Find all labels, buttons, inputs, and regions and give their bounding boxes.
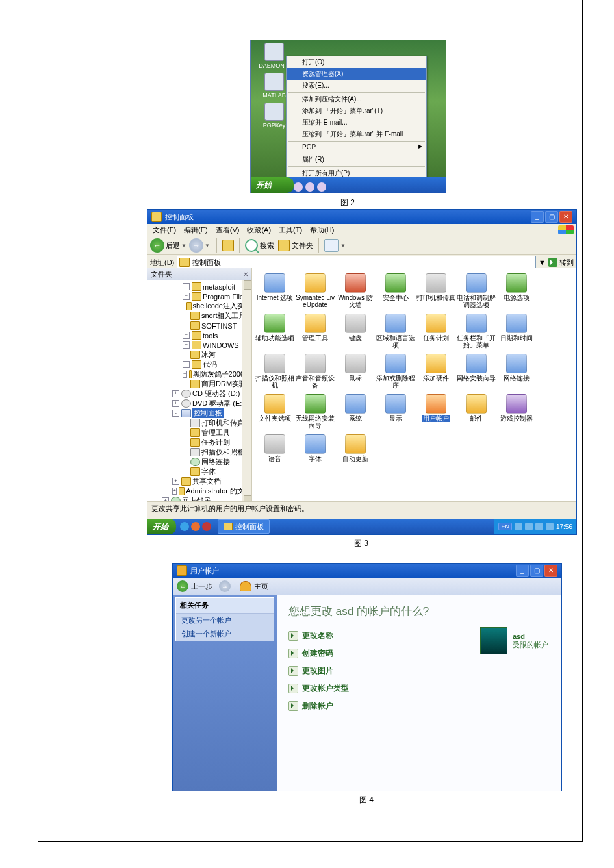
tree-node[interactable]: +metasploit	[150, 282, 251, 291]
expand-toggle[interactable]: +	[183, 283, 190, 290]
expand-toggle[interactable]: +	[183, 332, 190, 339]
forward-button[interactable]: →	[189, 238, 203, 253]
dropdown-icon[interactable]: ▼	[181, 243, 188, 249]
menu-item[interactable]: 工具(T)	[276, 225, 305, 235]
context-menu-item[interactable]: PGP	[287, 142, 426, 152]
control-panel-item[interactable]: 管理工具	[295, 314, 335, 354]
control-panel-item[interactable]: 安全中心	[376, 273, 416, 314]
expand-toggle[interactable]: +	[183, 293, 190, 300]
tree-node[interactable]: 管理工具	[150, 428, 251, 438]
maximize-button[interactable]: ▢	[530, 565, 543, 577]
close-pane-button[interactable]: ✕	[243, 271, 248, 278]
tray-icon[interactable]	[525, 523, 533, 530]
context-menu-item[interactable]: 属性(R)	[287, 154, 426, 166]
context-menu-item[interactable]: 资源管理器(X)	[287, 68, 426, 80]
start-button[interactable]: 开始	[251, 177, 294, 193]
menu-item[interactable]: 编辑(E)	[181, 225, 211, 235]
menu-item[interactable]: 查看(V)	[213, 225, 242, 235]
tree-node[interactable]: 冰河	[150, 350, 251, 360]
tree-node[interactable]: +WINDOWS	[150, 340, 251, 350]
address-input[interactable]: 控制面板	[177, 256, 536, 269]
tray-icon[interactable]	[535, 523, 543, 530]
tree-node[interactable]: 商用DRM实验	[150, 379, 251, 389]
forward-button[interactable]: →	[219, 580, 233, 592]
control-panel-item[interactable]: 电源选项	[496, 273, 537, 314]
tree-node[interactable]: +黑防灰鸽子2006企	[150, 369, 251, 379]
account-summary[interactable]: asd 受限的帐户	[480, 627, 548, 654]
tree-node[interactable]: 网络连接	[150, 457, 251, 467]
tree-node[interactable]: +Program Files	[150, 291, 251, 301]
expand-toggle[interactable]: +	[172, 400, 179, 407]
back-button[interactable]: ←上一步	[177, 580, 212, 592]
maximize-button[interactable]: ▢	[545, 211, 558, 223]
tree-node[interactable]: 任务计划	[150, 438, 251, 447]
expand-toggle[interactable]: +	[172, 478, 179, 485]
control-panel-item[interactable]: 系统	[335, 394, 376, 434]
scrollbar[interactable]	[242, 280, 251, 504]
folders-button[interactable]: 文件夹	[278, 240, 313, 251]
expand-toggle[interactable]: +	[183, 341, 190, 349]
control-panel-item[interactable]: 添加硬件	[416, 354, 456, 394]
up-button[interactable]	[222, 240, 234, 251]
close-button[interactable]: ✕	[544, 565, 557, 577]
tree-node[interactable]: +共享文档	[150, 477, 251, 486]
account-action-link[interactable]: 删除帐户	[288, 701, 550, 712]
account-action-link[interactable]: 更改帐户类型	[288, 683, 550, 694]
minimize-button[interactable]: _	[516, 565, 529, 577]
dropdown-icon[interactable]: ▼	[539, 258, 546, 266]
tree-node[interactable]: +Administrator 的文档	[150, 486, 251, 496]
language-indicator[interactable]: EN	[498, 523, 512, 530]
expand-toggle[interactable]: +	[172, 390, 179, 397]
control-panel-item[interactable]: 辅助功能选项	[255, 314, 295, 354]
context-menu-item[interactable]: 添加到压缩文件(A)...	[287, 93, 426, 105]
control-panel-item[interactable]: 邮件	[456, 394, 496, 434]
tray-icon[interactable]	[515, 523, 522, 530]
taskbar-button-control-panel[interactable]: 控制面板	[218, 519, 270, 534]
home-button[interactable]: 主页	[240, 581, 268, 591]
context-menu-item[interactable]: 压缩到 「开始」菜单.rar" 并 E-mail	[287, 129, 426, 140]
control-panel-item[interactable]: 显示	[376, 394, 416, 434]
control-panel-item[interactable]: 自动更新	[335, 434, 376, 475]
expand-toggle[interactable]: -	[172, 410, 179, 417]
control-panel-item[interactable]: 区域和语言选项	[376, 314, 416, 354]
tree-node[interactable]: +tools	[150, 330, 251, 340]
menu-item[interactable]: 文件(F)	[150, 225, 179, 235]
related-task-link[interactable]: 更改另一个帐户	[176, 614, 274, 627]
context-menu-item[interactable]: 压缩并 E-mail...	[287, 117, 426, 129]
control-panel-item[interactable]: 鼠标	[335, 354, 376, 394]
start-button[interactable]: 开始	[147, 519, 176, 534]
app-icon[interactable]	[202, 522, 211, 531]
tree-node[interactable]: snort相关工具	[150, 311, 251, 321]
control-panel-item[interactable]: 声音和音频设备	[295, 354, 335, 394]
dropdown-icon[interactable]: ▼	[205, 243, 211, 249]
related-task-link[interactable]: 创建一个新帐户	[176, 627, 274, 641]
app-icon[interactable]	[191, 522, 200, 531]
menu-item[interactable]: 收藏(A)	[244, 225, 274, 235]
control-panel-item[interactable]: 语音	[255, 434, 295, 475]
search-button[interactable]: 搜索	[245, 239, 274, 252]
control-panel-item[interactable]: 字体	[295, 434, 335, 475]
control-panel-item[interactable]: 用户帐户	[416, 394, 456, 434]
control-panel-item[interactable]: 添加或删除程序	[376, 354, 416, 394]
context-menu-item[interactable]: 搜索(E)...	[287, 80, 426, 92]
context-menu-item[interactable]: 打开(O)	[287, 56, 426, 68]
ie-icon[interactable]	[180, 522, 189, 531]
control-panel-item[interactable]: 无线网络安装向导	[295, 394, 335, 434]
expand-toggle[interactable]: +	[172, 488, 177, 495]
control-panel-item[interactable]: 游戏控制器	[496, 394, 537, 434]
tree-node[interactable]: +代码	[150, 360, 251, 369]
minimize-button[interactable]: _	[531, 211, 544, 223]
folder-tree[interactable]: +metasploit+Program Filesshellcode注入实验sn…	[147, 280, 251, 504]
expand-toggle[interactable]: +	[183, 361, 190, 368]
views-button[interactable]: ▼	[324, 239, 347, 252]
control-panel-item[interactable]: 任务计划	[416, 314, 456, 354]
account-action-link[interactable]: 更改图片	[288, 665, 550, 676]
back-button[interactable]: ←	[150, 238, 164, 253]
control-panel-item[interactable]: 网络连接	[496, 354, 537, 394]
control-panel-item[interactable]: 电话和调制解调器选项	[456, 273, 496, 314]
tree-node[interactable]: -控制面板	[150, 408, 251, 418]
control-panel-item[interactable]: Internet 选项	[255, 273, 295, 314]
control-panel-item[interactable]: 文件夹选项	[255, 394, 295, 434]
tray-icon[interactable]	[546, 523, 554, 530]
expand-toggle[interactable]: +	[183, 371, 187, 378]
